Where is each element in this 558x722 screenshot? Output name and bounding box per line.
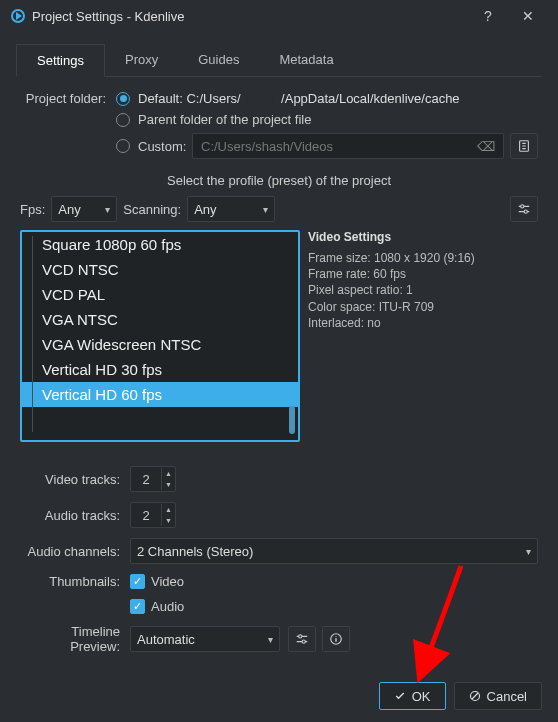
- vs-colorspace: Color space: ITU-R 709: [308, 299, 538, 315]
- vs-frame-rate: Frame rate: 60 fps: [308, 266, 538, 282]
- tree-line: [32, 236, 33, 432]
- fps-select[interactable]: Any▾: [51, 196, 117, 222]
- folder-default-path: Default: C:/Users/xxxxx/AppData/Local/kd…: [138, 91, 460, 106]
- scanning-select[interactable]: Any▾: [187, 196, 275, 222]
- tab-metadata[interactable]: Metadata: [259, 44, 353, 76]
- spin-up-icon: ▲: [162, 504, 175, 515]
- browse-button[interactable]: [510, 133, 538, 159]
- profile-item[interactable]: Square 1080p 60 fps: [22, 232, 298, 257]
- scanning-label: Scanning:: [123, 202, 181, 217]
- thumb-video-label: Video: [151, 574, 184, 589]
- audio-tracks-spinner[interactable]: 2 ▲▼: [130, 502, 176, 528]
- thumb-audio-checkbox[interactable]: [130, 599, 145, 614]
- preview-info-button[interactable]: [322, 626, 350, 652]
- titlebar: Project Settings - Kdenlive ? ✕: [0, 0, 558, 32]
- folder-parent-label: Parent folder of the project file: [138, 112, 311, 127]
- preview-label: Timeline Preview:: [20, 624, 130, 654]
- audio-channels-label: Audio channels:: [20, 544, 130, 559]
- profile-item[interactable]: VGA Widescreen NTSC: [22, 332, 298, 357]
- radio-custom[interactable]: [116, 139, 130, 153]
- radio-default[interactable]: [116, 92, 130, 106]
- fps-label: Fps:: [20, 202, 45, 217]
- profile-item[interactable]: Vertical HD 30 fps: [22, 357, 298, 382]
- thumbnails-label: Thumbnails:: [20, 574, 130, 589]
- spin-down-icon: ▼: [162, 479, 175, 490]
- video-tracks-spinner[interactable]: 2 ▲▼: [130, 466, 176, 492]
- profile-section-title: Select the profile (preset) of the proje…: [20, 173, 538, 188]
- custom-path-input[interactable]: C:/Users/shash/Videos ⌫: [192, 133, 504, 159]
- radio-parent[interactable]: [116, 113, 130, 127]
- tab-proxy[interactable]: Proxy: [105, 44, 178, 76]
- spin-down-icon: ▼: [162, 515, 175, 526]
- video-settings-title: Video Settings: [308, 230, 538, 244]
- clear-icon[interactable]: ⌫: [477, 139, 495, 154]
- svg-point-4: [299, 635, 302, 638]
- svg-point-2: [521, 205, 524, 208]
- svg-point-5: [302, 640, 305, 643]
- vs-interlaced: Interlaced: no: [308, 315, 538, 331]
- audio-tracks-label: Audio tracks:: [20, 508, 130, 523]
- thumb-audio-label: Audio: [151, 599, 184, 614]
- profile-item[interactable]: VGA NTSC: [22, 307, 298, 332]
- preview-select[interactable]: Automatic▾: [130, 626, 280, 652]
- window-title: Project Settings - Kdenlive: [32, 9, 468, 24]
- ok-button[interactable]: OK: [379, 682, 446, 710]
- close-button[interactable]: ✕: [508, 8, 548, 24]
- tab-guides[interactable]: Guides: [178, 44, 259, 76]
- profile-item[interactable]: VCD NTSC: [22, 257, 298, 282]
- video-settings-panel: Video Settings Frame size: 1080 x 1920 (…: [308, 230, 538, 442]
- scrollbar-thumb[interactable]: [289, 406, 295, 434]
- profile-list[interactable]: Square 1080p 60 fps VCD NTSC VCD PAL VGA…: [20, 230, 300, 442]
- vs-par: Pixel aspect ratio: 1: [308, 282, 538, 298]
- cancel-button[interactable]: Cancel: [454, 682, 542, 710]
- app-icon: [10, 8, 26, 24]
- folder-custom-label: Custom:: [138, 139, 192, 154]
- video-tracks-label: Video tracks:: [20, 472, 130, 487]
- preview-settings-button[interactable]: [288, 626, 316, 652]
- audio-channels-select[interactable]: 2 Channels (Stereo)▾: [130, 538, 538, 564]
- profile-item-selected[interactable]: Vertical HD 60 fps: [22, 382, 298, 407]
- vs-frame-size: Frame size: 1080 x 1920 (9:16): [308, 250, 538, 266]
- svg-point-3: [524, 210, 527, 213]
- help-button[interactable]: ?: [468, 8, 508, 24]
- project-folder-label: Project folder:: [20, 91, 116, 106]
- profile-item[interactable]: VCD PAL: [22, 282, 298, 307]
- filter-settings-button[interactable]: [510, 196, 538, 222]
- spin-up-icon: ▲: [162, 468, 175, 479]
- tab-bar: Settings Proxy Guides Metadata: [16, 44, 542, 77]
- tab-settings[interactable]: Settings: [16, 44, 105, 77]
- thumb-video-checkbox[interactable]: [130, 574, 145, 589]
